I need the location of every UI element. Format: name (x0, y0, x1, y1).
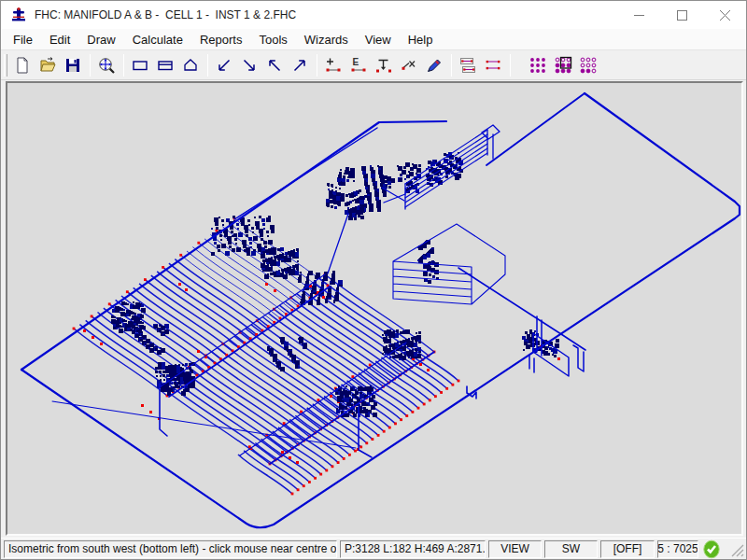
menu-file[interactable]: File (5, 30, 41, 49)
window-controls (617, 1, 746, 29)
status-view-direction-text: SW (562, 542, 580, 555)
rect-tool-button[interactable] (129, 53, 152, 77)
copy-range-icon (458, 56, 477, 75)
menu-bar: FileEditDrawCalculateReportsToolsWizards… (1, 29, 746, 50)
open-file-button[interactable] (36, 53, 60, 77)
toolbar: E (1, 50, 746, 80)
minimize-button[interactable] (617, 1, 660, 29)
arrow-se-icon (240, 56, 259, 75)
toolbar-separator (207, 54, 208, 77)
status-grid-state[interactable]: [OFF] (600, 540, 655, 558)
status-zoom-counter-text: 5 : 7025 (657, 542, 698, 555)
menu-draw[interactable]: Draw (78, 30, 123, 49)
status-pipe-info-text: P:3128 L:182 H:469 A:2871.7m2 (345, 542, 486, 555)
toolbar-separator (510, 54, 511, 77)
menu-help[interactable]: Help (400, 30, 442, 49)
arrow-sw-button[interactable] (213, 53, 236, 77)
edit-range-icon (484, 56, 502, 75)
status-mode-text: VIEW (500, 542, 529, 555)
menu-view[interactable]: View (357, 30, 400, 49)
elevation-node-icon: E (349, 56, 368, 75)
cut-pipe-icon (400, 56, 418, 75)
svg-text:E: E (353, 57, 359, 67)
arrow-nw-icon (265, 56, 284, 75)
isometric-drawing (7, 83, 741, 534)
copy-range-button[interactable] (457, 53, 480, 77)
menu-edit[interactable]: Edit (41, 30, 78, 49)
maximize-button[interactable] (660, 1, 703, 29)
drop-node-icon (374, 56, 393, 75)
menu-tools[interactable]: Tools (250, 30, 295, 49)
status-mode[interactable]: VIEW (488, 540, 542, 558)
arrow-nw-button[interactable] (263, 53, 287, 77)
save-file-button[interactable] (62, 53, 85, 77)
app-icon (10, 7, 27, 23)
calc-ok-icon (702, 539, 721, 559)
close-button[interactable] (703, 1, 746, 29)
status-grid-state-text: [OFF] (613, 542, 642, 555)
zoom-extents-icon (97, 56, 116, 75)
toolbar-separator (123, 54, 124, 77)
toolbar-separator (451, 54, 452, 77)
menu-reports[interactable]: Reports (191, 30, 251, 49)
polygon-tool-button[interactable] (179, 53, 203, 77)
arrow-ne-button[interactable] (289, 53, 312, 77)
menu-calculate[interactable]: Calculate (124, 30, 191, 49)
status-message-text: Isometric from south west (bottom left) … (8, 542, 337, 555)
new-file-icon (13, 56, 32, 75)
toolbar-group (526, 53, 601, 77)
elevation-node-button[interactable]: E (347, 53, 371, 77)
toolbar-group (128, 53, 204, 77)
window-title: FHC: MANIFOLD A & B - CELL 1 - INST 1 & … (35, 8, 617, 21)
zoom-extents-button[interactable] (95, 53, 119, 77)
app-window: FHC: MANIFOLD A & B - CELL 1 - INST 1 & … (0, 0, 747, 560)
status-zoom-counter: 5 : 7025 (657, 540, 698, 558)
toolbar-group (456, 53, 506, 77)
resize-grip[interactable] (731, 544, 744, 557)
grid-partial-button[interactable] (552, 53, 575, 77)
edit-range-button[interactable] (482, 53, 505, 77)
pen-tool-icon (425, 56, 444, 75)
toolbar-separator (317, 54, 317, 77)
grid-full-button[interactable] (527, 53, 550, 77)
new-file-button[interactable] (11, 53, 35, 77)
toolbar-group (94, 53, 120, 77)
arrow-se-button[interactable] (238, 53, 261, 77)
pen-tool-button[interactable] (423, 53, 446, 77)
rect-banded-tool-icon (156, 56, 175, 75)
rect-tool-icon (131, 56, 149, 75)
status-view-direction[interactable]: SW (544, 540, 598, 558)
toolbar-separator (90, 54, 91, 77)
title-bar: FHC: MANIFOLD A & B - CELL 1 - INST 1 & … (1, 1, 746, 29)
drop-node-button[interactable] (373, 53, 396, 77)
add-node-icon (324, 56, 343, 75)
grid-full-icon (529, 56, 547, 75)
grid-empty-icon (579, 56, 598, 75)
save-file-icon (63, 56, 82, 75)
arrow-sw-icon (215, 56, 233, 75)
toolbar-group: E (321, 53, 447, 77)
toolbar-group (10, 53, 86, 77)
polygon-tool-icon (181, 56, 200, 75)
toolbar-grip (4, 54, 7, 77)
grid-partial-icon (554, 56, 572, 75)
status-message: Isometric from south west (bottom left) … (4, 540, 337, 558)
status-pipe-info: P:3128 L:182 H:469 A:2871.7m2 (340, 540, 486, 558)
cut-pipe-button[interactable] (398, 53, 421, 77)
status-bar: Isometric from south west (bottom left) … (1, 538, 746, 560)
drawing-canvas[interactable] (6, 81, 743, 536)
menu-wizards[interactable]: Wizards (296, 30, 357, 49)
add-node-button[interactable] (322, 53, 345, 77)
open-file-icon (38, 56, 57, 75)
rect-banded-tool-button[interactable] (154, 53, 177, 77)
grid-empty-button[interactable] (577, 53, 600, 77)
arrow-ne-icon (290, 56, 309, 75)
toolbar-group (212, 53, 313, 77)
